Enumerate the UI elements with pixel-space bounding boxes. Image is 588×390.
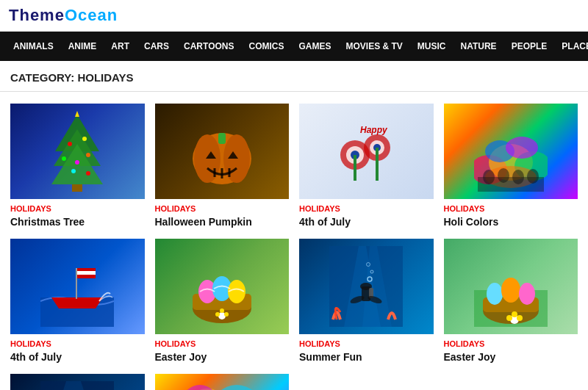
nav-item-animals[interactable]: ANIMALS bbox=[6, 33, 61, 59]
svg-rect-15 bbox=[218, 133, 226, 144]
svg-text:Happy: Happy bbox=[360, 125, 388, 135]
svg-point-75 bbox=[506, 315, 512, 321]
nav-item-art[interactable]: ART bbox=[104, 33, 137, 59]
card-category: HOLIDAYS bbox=[155, 204, 290, 213]
svg-point-54 bbox=[215, 312, 220, 317]
card-image bbox=[155, 104, 290, 199]
svg-point-4 bbox=[68, 142, 72, 146]
category-title: CATEGORY: HOLIDAYS bbox=[0, 61, 588, 92]
card-title: Halloween Pumpkin bbox=[155, 215, 290, 228]
card-category: HOLIDAYS bbox=[10, 204, 145, 213]
card-image bbox=[10, 374, 145, 390]
svg-point-34 bbox=[506, 137, 538, 159]
svg-point-40 bbox=[527, 169, 539, 184]
svg-point-8 bbox=[75, 160, 79, 165]
card-image bbox=[155, 374, 290, 390]
card-image bbox=[299, 239, 434, 334]
svg-point-38 bbox=[498, 168, 509, 183]
card-title: Christmas Tree bbox=[10, 215, 145, 228]
svg-marker-42 bbox=[51, 297, 103, 308]
card-category: HOLIDAYS bbox=[444, 204, 578, 213]
card-image bbox=[155, 239, 290, 334]
svg-point-6 bbox=[62, 156, 66, 161]
svg-point-84 bbox=[211, 385, 259, 390]
card-image bbox=[444, 104, 578, 199]
card-4th-july-2[interactable]: HOLIDAYS 4th of July bbox=[10, 239, 145, 364]
card-title: Holi Colors bbox=[444, 215, 578, 228]
card-category: HOLIDAYS bbox=[299, 339, 434, 348]
card-christmas-tree[interactable]: HOLIDAYS Christmas Tree bbox=[10, 104, 145, 228]
card-summer-fun[interactable]: HOLIDAYS Summer Fun bbox=[299, 239, 434, 364]
nav-item-games[interactable]: GAMES bbox=[291, 33, 338, 59]
card-title: Summer Fun bbox=[299, 350, 434, 364]
card-image bbox=[10, 239, 145, 334]
card-category: HOLIDAYS bbox=[299, 204, 434, 213]
svg-point-72 bbox=[519, 283, 535, 305]
svg-marker-11 bbox=[75, 111, 79, 117]
card-category: HOLIDAYS bbox=[10, 339, 145, 348]
nav-item-movies[interactable]: MOVIES & TV bbox=[339, 33, 410, 59]
nav-item-music[interactable]: MUSIC bbox=[410, 33, 453, 59]
svg-rect-43 bbox=[76, 268, 77, 299]
card-easter-joy-1[interactable]: HOLIDAYS Easter Joy bbox=[155, 239, 290, 364]
card-holi-colors[interactable]: HOLIDAYS Holi Colors bbox=[444, 104, 578, 228]
nav-item-people[interactable]: PEOPLE bbox=[504, 33, 555, 59]
svg-point-10 bbox=[86, 171, 90, 176]
site-header: ThemeOcean bbox=[0, 0, 588, 32]
card-4th-july-1[interactable]: Happy HOLIDAYS 4th of July bbox=[299, 104, 434, 228]
svg-point-74 bbox=[512, 311, 517, 317]
nav-item-anime[interactable]: ANIME bbox=[61, 33, 104, 59]
nav-item-places[interactable]: PLACES bbox=[554, 33, 588, 59]
card-halloween-pumpkin[interactable]: HOLIDAYS Halloween Pumpkin bbox=[155, 104, 290, 228]
card-image bbox=[10, 104, 145, 199]
svg-rect-28 bbox=[376, 148, 379, 181]
svg-point-71 bbox=[501, 278, 520, 303]
svg-rect-24 bbox=[354, 155, 356, 181]
svg-point-39 bbox=[512, 170, 524, 184]
svg-rect-45 bbox=[77, 271, 96, 275]
svg-point-7 bbox=[86, 153, 90, 157]
card-title: 4th of July bbox=[299, 215, 434, 228]
nav-item-comics[interactable]: COMICS bbox=[241, 33, 291, 59]
svg-rect-46 bbox=[77, 275, 96, 278]
svg-point-53 bbox=[220, 308, 224, 313]
main-nav: ANIMALS ANIME ART CARS CARTOONS COMICS G… bbox=[0, 32, 588, 61]
nav-item-cars[interactable]: CARS bbox=[137, 33, 176, 59]
svg-point-9 bbox=[71, 169, 76, 173]
svg-point-55 bbox=[224, 312, 229, 317]
svg-point-37 bbox=[483, 170, 495, 184]
svg-point-76 bbox=[517, 315, 523, 321]
nav-item-nature[interactable]: NATURE bbox=[453, 33, 504, 59]
site-logo[interactable]: ThemeOcean bbox=[9, 6, 579, 25]
svg-point-70 bbox=[487, 283, 503, 305]
card-underwater[interactable]: HOLIDAYS bbox=[10, 374, 145, 390]
nav-item-cartoons[interactable]: CARTOONS bbox=[176, 33, 241, 59]
card-image bbox=[444, 239, 578, 334]
card-image: Happy bbox=[299, 104, 434, 199]
svg-rect-3 bbox=[72, 184, 82, 192]
card-category: HOLIDAYS bbox=[444, 339, 578, 348]
card-title: Easter Joy bbox=[444, 350, 578, 364]
card-grid: HOLIDAYS Christmas Tree HOLIDAYS Hallowe… bbox=[0, 92, 588, 390]
svg-point-5 bbox=[82, 137, 87, 141]
card-title: Easter Joy bbox=[155, 350, 290, 364]
card-title: 4th of July bbox=[10, 350, 145, 364]
card-easter-joy-2[interactable]: HOLIDAYS Easter Joy bbox=[444, 239, 578, 364]
card-colorful[interactable]: HOLIDAYS bbox=[155, 374, 290, 390]
svg-point-86 bbox=[185, 385, 218, 390]
card-category: HOLIDAYS bbox=[155, 339, 290, 348]
